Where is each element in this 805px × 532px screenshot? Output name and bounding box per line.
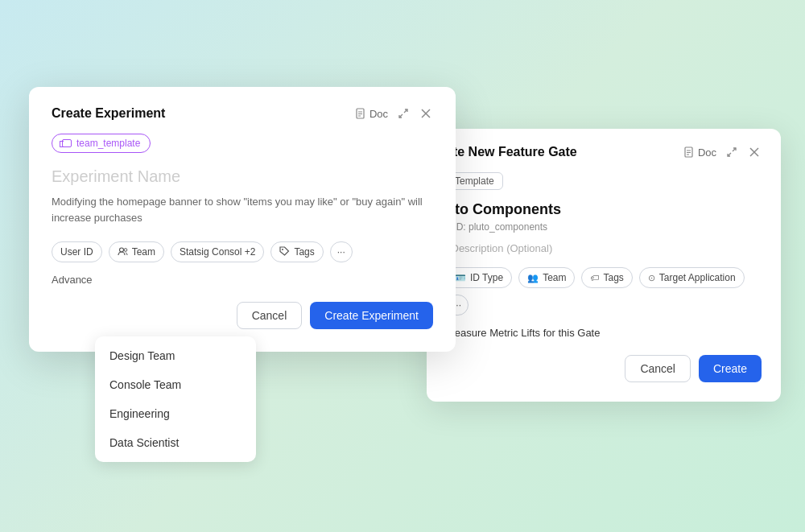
doc-icon <box>683 146 695 158</box>
experiment-description: Modifying the homepage banner to show "i… <box>52 194 433 225</box>
tag-icon <box>279 246 290 258</box>
tags-label: Tags <box>603 272 623 283</box>
doc-label: Doc <box>369 108 388 120</box>
target-app-label: Target Application <box>659 272 736 283</box>
cancel-button[interactable]: Cancel <box>625 355 691 382</box>
user-id-label: User ID <box>60 246 93 258</box>
close-icon <box>420 108 431 119</box>
experiment-modal-header: Create Experiment Doc <box>52 106 433 121</box>
engineering-item[interactable]: Engineering <box>95 399 256 428</box>
users-icon: 👥 <box>527 273 539 283</box>
target-app-chip[interactable]: ⊙ Target Application <box>639 267 745 288</box>
design-team-item[interactable]: Design Team <box>95 341 256 370</box>
users-icon <box>118 247 128 258</box>
id-icon: 🪪 <box>455 273 466 283</box>
doc-icon <box>355 108 366 119</box>
create-experiment-button[interactable]: Create Experiment <box>310 302 433 329</box>
team-chip[interactable]: 👥 Team <box>518 267 575 288</box>
expand-icon <box>726 146 737 158</box>
cancel-button[interactable]: Cancel <box>237 302 303 329</box>
template-tag[interactable]: team_template <box>52 134 151 153</box>
close-icon <box>749 146 760 158</box>
expand-button[interactable] <box>724 145 739 159</box>
feature-name: uto Components <box>446 201 762 218</box>
id-type-label: ID Type <box>470 272 503 283</box>
team-label: Team <box>543 272 566 283</box>
feature-gate-title: ate New Feature Gate <box>446 145 577 159</box>
console-team-item[interactable]: Console Team <box>95 370 256 399</box>
id-type-chip[interactable]: 🪪 ID Type <box>446 267 512 288</box>
filter-bar: 🪪 ID Type 👥 Team 🏷 Tags ⊙ Target Applica… <box>446 267 762 315</box>
header-actions: Doc <box>683 145 762 159</box>
experiment-footer: Cancel Create Experiment <box>52 302 433 329</box>
tags-chip[interactable]: 🏷 Tags <box>581 267 632 288</box>
tag-icon: 🏷 <box>590 273 599 282</box>
optional-description: l Description (Optional) <box>446 242 762 254</box>
svg-point-16 <box>119 248 123 252</box>
user-id-chip[interactable]: User ID <box>52 241 102 262</box>
create-button[interactable]: Create <box>699 355 762 382</box>
experiment-filter-bar: User ID Team Statsig Consol +2 <box>52 241 433 262</box>
statsig-label: Statsig Consol +2 <box>180 246 255 258</box>
close-button[interactable] <box>747 145 762 159</box>
team-label: Team <box>132 246 155 258</box>
experiment-header-actions: Doc <box>355 106 433 121</box>
team-dropdown: Design Team Console Team Engineering Dat… <box>95 336 256 462</box>
close-button[interactable] <box>419 106 433 121</box>
feature-gate-modal: ate New Feature Gate Doc <box>427 129 781 402</box>
doc-link[interactable]: Doc <box>683 146 716 159</box>
feature-id: s ID: pluto_components <box>446 221 762 233</box>
experiment-title: Create Experiment <box>52 106 165 121</box>
create-experiment-modal: Create Experiment Doc <box>29 87 456 352</box>
expand-icon <box>398 108 409 119</box>
experiment-doc-link[interactable]: Doc <box>355 108 388 120</box>
template-tag-label: team_template <box>76 138 140 149</box>
experiment-name-input[interactable]: Experiment Name <box>52 167 433 186</box>
feature-gate-header: ate New Feature Gate Doc <box>446 145 762 159</box>
team-chip[interactable]: Team <box>109 241 164 262</box>
template-icon <box>62 139 72 147</box>
measure-text: Measure Metric Lifts for this Gate <box>446 327 762 339</box>
svg-point-18 <box>282 249 283 250</box>
feature-gate-footer: Cancel Create <box>446 355 762 382</box>
data-scientist-item[interactable]: Data Scientist <box>95 428 256 457</box>
advanced-row: Advance <box>52 274 433 286</box>
svg-point-17 <box>124 248 127 251</box>
circle-icon: ⊙ <box>648 273 655 283</box>
expand-button[interactable] <box>396 106 411 121</box>
tags-chip[interactable]: Tags <box>270 241 323 262</box>
more-options-chip[interactable]: ··· <box>330 241 353 262</box>
tags-label: Tags <box>294 246 314 258</box>
statsig-chip[interactable]: Statsig Consol +2 <box>171 241 264 262</box>
doc-label: Doc <box>698 146 716 159</box>
